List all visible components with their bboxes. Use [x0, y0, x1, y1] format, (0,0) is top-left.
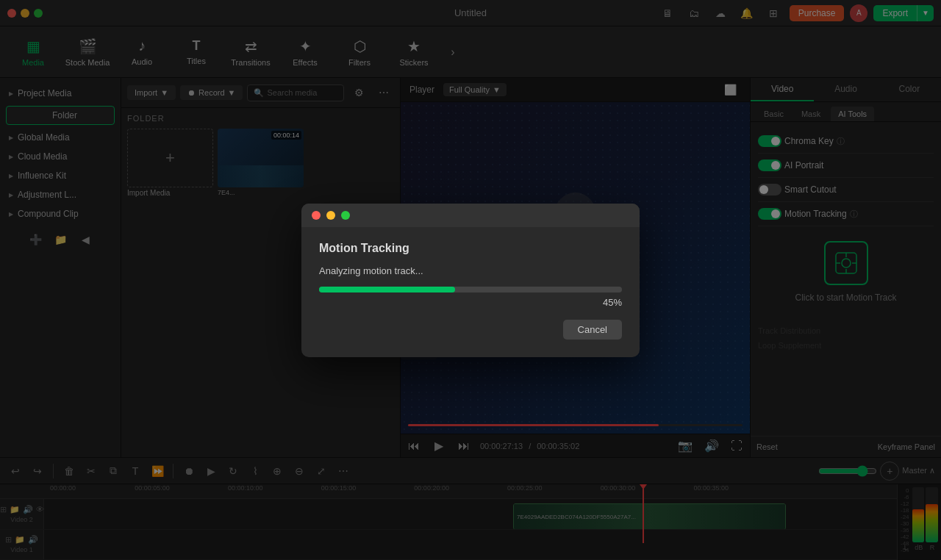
- modal-close-btn[interactable]: [312, 211, 321, 220]
- modal-overlay: Motion Tracking Analyzing motion track..…: [0, 0, 941, 560]
- progress-percentage: 45%: [603, 297, 622, 308]
- progress-bar-bg: [319, 287, 622, 292]
- modal-status: Analyzing motion track...: [319, 265, 622, 276]
- modal-title: Motion Tracking: [319, 242, 622, 255]
- progress-bar-fill: [319, 287, 455, 292]
- modal-body: Motion Tracking Analyzing motion track..…: [301, 227, 640, 357]
- progress-row: 45%: [319, 297, 622, 308]
- modal-max-btn[interactable]: [341, 211, 350, 220]
- modal-min-btn[interactable]: [326, 211, 335, 220]
- modal-actions: Cancel: [319, 320, 622, 340]
- motion-tracking-modal: Motion Tracking Analyzing motion track..…: [301, 204, 640, 357]
- modal-titlebar: [301, 204, 640, 227]
- cancel-button[interactable]: Cancel: [563, 320, 622, 340]
